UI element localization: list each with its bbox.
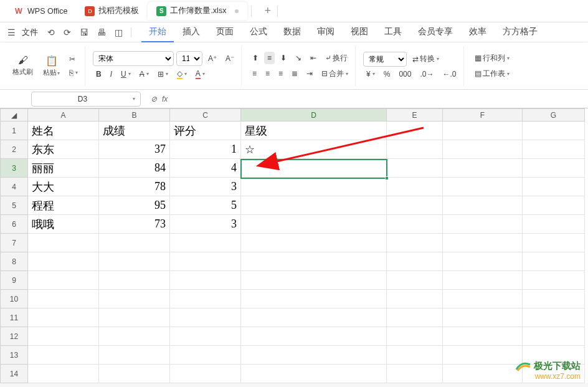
cell-b5[interactable]: 95 (99, 196, 170, 215)
increase-font-button[interactable]: A⁺ (205, 52, 220, 65)
cell-g6[interactable] (523, 215, 585, 234)
print-icon[interactable]: 🖶 (94, 25, 109, 40)
tab-start[interactable]: 开始 (141, 22, 174, 42)
tab-formula[interactable]: 公式 (242, 22, 275, 42)
increase-indent-button[interactable]: ⇥ (303, 67, 316, 80)
tab-view[interactable]: 视图 (343, 22, 376, 42)
preview-icon[interactable]: ◫ (111, 25, 126, 40)
paste-button[interactable]: 📋 粘贴▾ (39, 52, 64, 80)
col-header-b[interactable]: B (99, 109, 170, 122)
row-header-11[interactable]: 11 (1, 308, 28, 327)
font-name-select[interactable]: 宋体 (93, 51, 174, 66)
align-top-button[interactable]: ⬆ (249, 52, 262, 64)
decrease-font-button[interactable]: A⁻ (222, 52, 237, 65)
percent-button[interactable]: % (381, 68, 394, 80)
cell-g3[interactable] (523, 159, 585, 178)
align-bottom-button[interactable]: ⬇ (277, 52, 290, 64)
row-header-9[interactable]: 9 (1, 271, 28, 290)
cell-d4[interactable] (241, 178, 387, 196)
increase-decimal-button[interactable]: .0→ (417, 68, 437, 80)
cell-a1[interactable]: 姓名 (28, 122, 99, 140)
cell-f1[interactable] (443, 122, 523, 140)
select-all-corner[interactable]: ◢ (1, 109, 28, 122)
row-header-4[interactable]: 4 (1, 178, 28, 196)
currency-button[interactable]: ¥▾ (363, 68, 378, 80)
cell-g2[interactable] (523, 140, 585, 159)
fill-color-button[interactable]: ◇▾ (174, 67, 190, 81)
cell-e3[interactable] (387, 159, 443, 178)
font-color-button[interactable]: A▾ (192, 67, 208, 81)
row-header-2[interactable]: 2 (1, 140, 28, 159)
file-menu[interactable]: 文件 (18, 24, 42, 41)
row-header-13[interactable]: 13 (1, 346, 28, 365)
cell-a2[interactable]: 东东 (28, 140, 99, 159)
cell-d5[interactable] (241, 196, 387, 215)
col-header-a[interactable]: A (28, 109, 99, 122)
convert-button[interactable]: ⇄ 转换▾ (409, 52, 442, 66)
cell-g1[interactable] (523, 122, 585, 140)
cell-e5[interactable] (387, 196, 443, 215)
cell-d6[interactable] (241, 215, 387, 234)
cancel-icon[interactable]: ⊘ (151, 95, 157, 103)
cell-c2[interactable]: 1 (170, 140, 241, 159)
tab-fangfang[interactable]: 方方格子 (495, 22, 545, 42)
formula-input[interactable] (173, 95, 546, 103)
font-size-select[interactable]: 11 (176, 51, 202, 66)
row-header-12[interactable]: 12 (1, 327, 28, 346)
merge-button[interactable]: ⊟ 合并▾ (318, 67, 351, 81)
cell-f6[interactable] (443, 215, 523, 234)
forward-icon[interactable]: ⟳ (60, 25, 74, 40)
cell-d1[interactable]: 星级 (241, 122, 387, 140)
spreadsheet[interactable]: ◢ A B C D E F G 1 姓名 成绩 评分 星级 2 东东 37 1 … (0, 108, 588, 383)
tab-data[interactable]: 数据 (276, 22, 308, 42)
cell-c3[interactable]: 4 (170, 159, 241, 178)
align-left-button[interactable]: ≡ (249, 67, 260, 80)
cell-a4[interactable]: 大大 (28, 178, 99, 196)
cell-e4[interactable] (387, 178, 443, 196)
name-box[interactable]: D3 ▾ (31, 92, 141, 107)
cell-c6[interactable]: 3 (170, 215, 241, 234)
worksheet-button[interactable]: ▤ 工作表▾ (472, 67, 513, 81)
hamburger-icon[interactable]: ☰ (7, 27, 16, 37)
cell-g5[interactable] (523, 196, 585, 215)
tab-page[interactable]: 页面 (209, 22, 241, 42)
cell-b3[interactable]: 84 (99, 159, 170, 178)
cell-d2[interactable]: ☆ (241, 140, 387, 159)
underline-button[interactable]: U▾ (118, 68, 134, 80)
col-header-c[interactable]: C (170, 109, 241, 122)
decrease-decimal-button[interactable]: ←.0 (439, 68, 459, 80)
italic-button[interactable]: I (107, 68, 115, 80)
cell-f2[interactable] (443, 140, 523, 159)
file-tab[interactable]: S 工作簿数量.xlsx (148, 2, 247, 20)
border-button[interactable]: ⊞▾ (154, 68, 171, 80)
app-name-tab[interactable]: W WPS Office (5, 2, 76, 20)
justify-button[interactable]: ≣ (288, 67, 301, 80)
save-icon[interactable]: 🖫 (77, 25, 92, 40)
orientation-button[interactable]: ↘ (292, 52, 305, 64)
row-header-6[interactable]: 6 (1, 215, 28, 234)
cell-d3[interactable] (241, 159, 387, 178)
cell-b6[interactable]: 73 (99, 215, 170, 234)
col-header-g[interactable]: G (523, 109, 585, 122)
cell-e2[interactable] (387, 140, 443, 159)
cell-e1[interactable] (387, 122, 443, 140)
decrease-indent-button[interactable]: ⇤ (307, 52, 320, 64)
row-header-10[interactable]: 10 (1, 290, 28, 308)
col-header-f[interactable]: F (443, 109, 523, 122)
align-middle-button[interactable]: ≡ (264, 52, 275, 64)
cell-g4[interactable] (523, 178, 585, 196)
copy-button[interactable]: ⎘▾ (66, 67, 81, 79)
back-icon[interactable]: ⟲ (44, 25, 58, 40)
row-header-7[interactable]: 7 (1, 234, 28, 252)
cell-b2[interactable]: 37 (99, 140, 170, 159)
cell-f3[interactable] (443, 159, 523, 178)
cell-a5[interactable]: 程程 (28, 196, 99, 215)
tab-insert[interactable]: 插入 (175, 22, 207, 42)
row-header-14[interactable]: 14 (1, 365, 28, 383)
add-tab-button[interactable]: + (262, 2, 273, 20)
col-header-e[interactable]: E (387, 109, 443, 122)
cell-a6[interactable]: 哦哦 (28, 215, 99, 234)
strikethrough-button[interactable]: A▾ (136, 68, 152, 80)
row-header-3[interactable]: 3 (1, 159, 28, 178)
fx-icon[interactable]: fx (162, 95, 168, 103)
